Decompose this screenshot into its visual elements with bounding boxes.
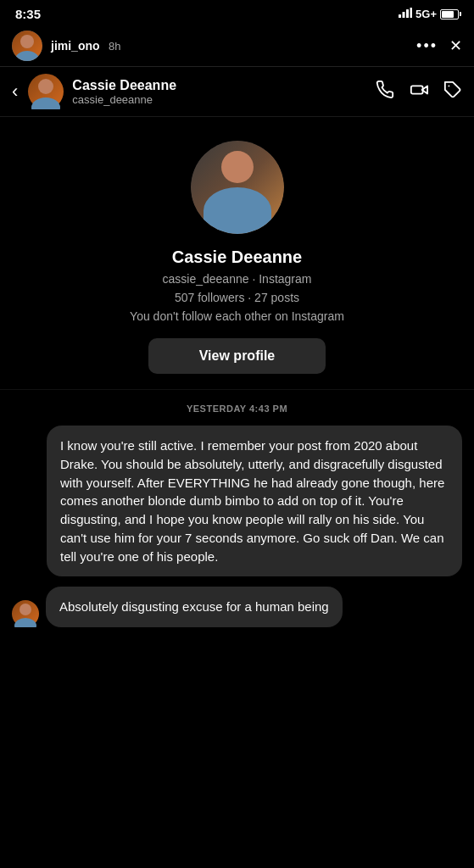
profile-handle: cassie_deeanne · Instagram [163, 272, 312, 286]
svg-rect-2 [406, 9, 409, 18]
svg-point-6 [38, 79, 53, 94]
profile-stats: 507 followers · 27 posts [175, 291, 299, 304]
svg-rect-1 [403, 12, 405, 18]
more-options-icon[interactable]: ••• [416, 37, 438, 55]
chat-contact-handle: cassie_deeanne [72, 93, 367, 106]
svg-point-4 [20, 35, 34, 48]
sender-avatar [12, 31, 42, 61]
chat-header: ‹ Cassie Deeanne cassie_deeanne [0, 67, 474, 117]
chat-contact-info[interactable]: Cassie Deeanne cassie_deeanne [72, 78, 367, 106]
notification-time: 8h [109, 40, 120, 53]
follow-status: You don't follow each other on Instagram [130, 309, 344, 323]
sender-username: jimi_ono [51, 39, 100, 53]
chat-timestamp: YESTERDAY 4:43 PM [12, 403, 462, 414]
svg-rect-3 [410, 8, 413, 18]
notification-icons[interactable]: ••• ✕ [416, 36, 462, 55]
profile-name: Cassie Deeanne [172, 248, 302, 267]
status-time: 8:35 [15, 7, 41, 21]
message-incoming-row: Absolutely disgusting excuse for a human… [12, 587, 462, 627]
chat-area: YESTERDAY 4:43 PM I know you're still ac… [0, 390, 474, 641]
status-icons: 5G+ [399, 8, 459, 20]
notification-text: jimi_ono 8h [51, 38, 408, 53]
bubble-outgoing-text: I know you're still active. I remember y… [47, 426, 462, 576]
network-type: 5G+ [415, 8, 437, 20]
chat-header-actions[interactable] [376, 81, 462, 103]
profile-avatar [191, 141, 284, 234]
call-button[interactable] [376, 81, 394, 103]
notification-bar: jimi_ono 8h ••• ✕ [0, 25, 474, 67]
signal-bars-icon [399, 8, 412, 20]
svg-point-11 [20, 604, 31, 615]
close-icon[interactable]: ✕ [449, 36, 462, 55]
view-profile-button[interactable]: View profile [148, 338, 326, 374]
video-call-button[interactable] [410, 81, 428, 103]
svg-rect-8 [411, 86, 423, 93]
svg-point-12 [14, 618, 36, 627]
profile-section: Cassie Deeanne cassie_deeanne · Instagra… [0, 117, 474, 390]
svg-point-5 [15, 51, 39, 61]
svg-rect-0 [399, 14, 401, 18]
message-list: I know you're still active. I remember y… [12, 426, 462, 627]
tag-button[interactable] [443, 81, 462, 103]
chat-contact-name: Cassie Deeanne [72, 78, 367, 93]
bubble-incoming-text: Absolutely disgusting excuse for a human… [46, 587, 343, 627]
back-button[interactable]: ‹ [12, 81, 18, 103]
battery-icon [440, 8, 459, 20]
message-outgoing: I know you're still active. I remember y… [47, 426, 462, 576]
status-bar: 8:35 5G+ [0, 0, 474, 25]
incoming-avatar [12, 600, 39, 627]
chat-avatar [28, 74, 64, 109]
svg-point-7 [31, 97, 60, 109]
